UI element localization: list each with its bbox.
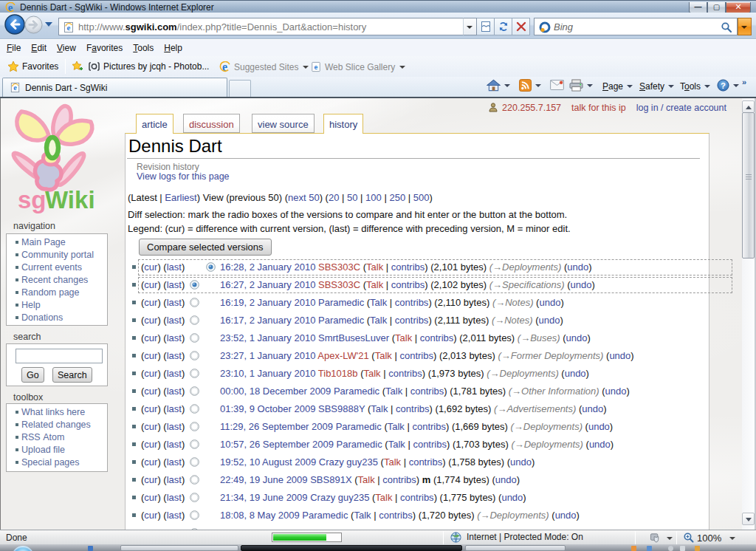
user-talk-link[interactable]: Talk xyxy=(354,510,371,521)
revision-user-link[interactable]: Crazy guy235 xyxy=(319,456,378,468)
user-contribs-link[interactable]: contribs xyxy=(395,315,429,326)
pagination-link[interactable]: next 50 xyxy=(288,192,320,203)
favorites-bar-item[interactable]: eSuggested Sites xyxy=(219,61,309,72)
user-contribs-link[interactable]: contribs xyxy=(400,492,434,503)
user-contribs-link[interactable]: contribs xyxy=(396,403,430,414)
cur-link[interactable]: cur xyxy=(144,421,157,432)
undo-link[interactable]: undo xyxy=(501,492,523,503)
undo-link[interactable]: undo xyxy=(567,261,588,273)
diff-radio[interactable] xyxy=(190,493,199,502)
user-talk-link[interactable]: Talk xyxy=(388,421,405,432)
last-link[interactable]: last xyxy=(167,350,182,361)
user-talk-link[interactable]: Talk xyxy=(366,261,383,273)
zoom-dropdown-icon[interactable] xyxy=(729,537,735,540)
user-talk-link[interactable]: Talk xyxy=(371,403,388,414)
toolbox-link-upload-file[interactable]: Upload file xyxy=(21,445,65,455)
toolbox-link-related-changes[interactable]: Related changes xyxy=(21,420,91,430)
cur-link[interactable]: cur xyxy=(144,350,157,361)
sidebar-link-atom[interactable]: Atom xyxy=(43,432,64,442)
search-box[interactable]: Bing xyxy=(534,18,738,35)
user-talk-link[interactable]: Talk xyxy=(363,368,380,379)
user-contribs-link[interactable]: contribs xyxy=(382,474,416,485)
inprivate-settings-icon[interactable] xyxy=(650,532,662,543)
user-talk-link[interactable]: Talk xyxy=(375,492,392,503)
view-logs-link[interactable]: View logs for this page xyxy=(137,171,230,182)
revision-time-link[interactable]: 16:19, 2 January 2010 xyxy=(220,297,315,308)
revision-time-link[interactable]: 21:34, 19 June 2009 xyxy=(220,492,308,503)
diff-radio[interactable] xyxy=(206,262,216,272)
user-talk-link[interactable]: Talk xyxy=(370,315,387,326)
recent-pages-dropdown-icon[interactable] xyxy=(45,22,52,27)
maximize-button[interactable]: ▢ xyxy=(707,2,726,13)
revision-user-link[interactable]: Paramedic xyxy=(337,439,382,450)
cur-link[interactable]: cur xyxy=(144,456,157,468)
ip-talk-link[interactable]: talk for this ip xyxy=(571,103,626,113)
favorites-button[interactable]: Favorites xyxy=(22,61,58,72)
menu-file[interactable]: File xyxy=(1,40,26,57)
cur-link[interactable]: cur xyxy=(144,297,157,308)
diff-radio[interactable] xyxy=(190,439,199,449)
revision-user-link[interactable]: Paramedic xyxy=(302,510,348,521)
cur-link[interactable]: cur xyxy=(144,315,157,326)
login-link[interactable]: log in / create account xyxy=(636,103,726,113)
scroll-up-button[interactable] xyxy=(742,100,755,113)
user-talk-link[interactable]: Talk xyxy=(385,386,402,397)
user-talk-link[interactable]: Talk xyxy=(395,332,412,343)
minimize-button[interactable]: — xyxy=(689,2,707,13)
cur-link[interactable]: cur xyxy=(144,439,157,450)
diff-radio[interactable] xyxy=(190,351,199,360)
menu-favorites[interactable]: Favorites xyxy=(81,40,128,57)
page-tab-article[interactable]: article xyxy=(136,114,173,134)
last-link[interactable]: last xyxy=(167,368,182,379)
revision-user-link[interactable]: SBS303C xyxy=(318,279,360,290)
address-bar[interactable]: e http://www.sgwiki.com/index.php?title=… xyxy=(58,18,463,35)
start-button[interactable] xyxy=(12,546,34,551)
address-dropdown-button[interactable] xyxy=(463,18,477,35)
undo-link[interactable]: undo xyxy=(538,315,560,326)
revision-user-link[interactable]: Paramedic xyxy=(318,297,364,308)
menu-view[interactable]: View xyxy=(52,40,81,57)
page-tab-history[interactable]: history xyxy=(323,114,363,134)
sidebar-link-recent-changes[interactable]: Recent changes xyxy=(21,275,88,285)
revision-time-link[interactable]: 19:52, 10 August 2009 xyxy=(220,456,316,468)
pagination-link[interactable]: 20 xyxy=(329,192,339,203)
go-button[interactable]: Go xyxy=(21,367,44,383)
revision-user-link[interactable]: SmrtBusesLuver xyxy=(318,332,389,343)
diff-radio[interactable] xyxy=(190,333,199,343)
cur-link[interactable]: cur xyxy=(144,510,157,521)
user-contribs-link[interactable]: contribs xyxy=(410,386,444,397)
stop-button[interactable] xyxy=(512,18,530,35)
toolbox-link-special-pages[interactable]: Special pages xyxy=(21,457,80,468)
tools-menu[interactable]: Tools xyxy=(680,81,710,97)
sgwiki-logo[interactable]: sg Wiki xyxy=(10,98,119,220)
user-contribs-link[interactable]: contribs xyxy=(391,261,425,273)
undo-link[interactable]: undo xyxy=(588,421,610,432)
user-talk-link[interactable]: Talk xyxy=(358,474,375,485)
help-button[interactable]: ? xyxy=(717,79,739,95)
tray-icon[interactable] xyxy=(680,546,685,551)
last-link[interactable]: last xyxy=(167,456,182,468)
pagination-link[interactable]: 500 xyxy=(413,192,430,203)
tray-icon[interactable] xyxy=(631,546,636,551)
revision-time-link[interactable]: 00:00, 18 December 2009 xyxy=(220,386,331,397)
toolbox-link-what-links-here[interactable]: What links here xyxy=(21,407,85,417)
last-link[interactable]: last xyxy=(167,510,182,521)
menu-help[interactable]: Help xyxy=(159,40,188,57)
tray-icon[interactable] xyxy=(668,546,673,551)
page-menu[interactable]: Page xyxy=(602,81,633,97)
pagination-link[interactable]: Earliest xyxy=(165,192,196,203)
undo-link[interactable]: undo xyxy=(571,279,592,290)
cur-link[interactable]: cur xyxy=(144,386,157,397)
diff-radio[interactable] xyxy=(190,280,199,290)
pagination-link[interactable]: 100 xyxy=(365,192,382,203)
user-talk-link[interactable]: Talk xyxy=(388,439,405,450)
close-button[interactable]: ✕ xyxy=(726,2,751,13)
last-link[interactable]: last xyxy=(167,492,182,503)
settings-dropdown-icon[interactable] xyxy=(667,537,673,540)
user-talk-link[interactable]: Talk xyxy=(366,279,383,290)
diff-radio[interactable] xyxy=(190,369,199,378)
revision-time-link[interactable]: 23:10, 1 January 2010 xyxy=(220,368,315,379)
tray-icon[interactable] xyxy=(695,546,700,551)
revision-time-link[interactable]: 16:27, 2 January 2010 xyxy=(220,279,315,290)
menu-edit[interactable]: Edit xyxy=(26,40,52,57)
